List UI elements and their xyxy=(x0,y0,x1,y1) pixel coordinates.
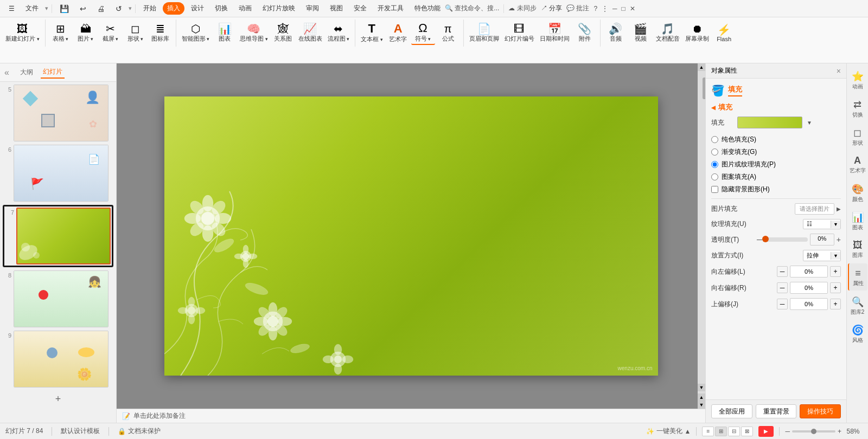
toolbar-header-footer[interactable]: 📄 页眉和页脚 xyxy=(467,22,501,44)
transparency-minus[interactable]: ─ xyxy=(757,235,762,244)
menu-view[interactable]: 视图 xyxy=(326,2,347,15)
color-icon-btn[interactable]: 🎨 颜色 xyxy=(848,179,867,206)
view-normal-btn[interactable]: ⊞ xyxy=(715,427,727,436)
menu-special[interactable]: 特色功能 xyxy=(410,2,445,15)
select-image-btn[interactable]: 请选择图片 xyxy=(795,203,834,215)
slide-thumb-7[interactable] xyxy=(16,208,111,264)
minimize-btn[interactable]: ─ xyxy=(612,5,617,12)
placement-select[interactable]: 拉伸 ▼ xyxy=(803,250,841,261)
gradient-fill-radio[interactable] xyxy=(711,149,718,156)
toolbar-datetime[interactable]: 📅 日期和时间 xyxy=(538,22,572,44)
toolbar-chart[interactable]: 📊 图表 xyxy=(213,22,237,44)
doc-status[interactable]: 🔒 文档未保护 xyxy=(118,427,161,436)
props-icon-btn[interactable]: ≡ 属性 xyxy=(848,263,867,290)
solid-fill-option[interactable]: 纯色填充(S) xyxy=(711,135,841,144)
offset-right-input[interactable] xyxy=(790,282,828,294)
play-slideshow-btn[interactable]: ▶ xyxy=(758,426,774,437)
offset-left-plus[interactable]: + xyxy=(830,266,841,277)
view-reader-btn[interactable]: ⊠ xyxy=(741,427,753,436)
slide-item-7[interactable]: 7 xyxy=(3,205,113,267)
slide-item-8[interactable]: 8 👧 xyxy=(3,270,113,327)
zoom-out-btn[interactable]: ─ xyxy=(785,428,790,435)
quick-undo-arrow[interactable]: ↩ xyxy=(75,3,91,15)
toolbar-relation[interactable]: 🕸 关系图 xyxy=(271,22,295,44)
sync-btn[interactable]: ☁ 未同步 xyxy=(508,4,536,13)
comment-btn[interactable]: 💬 批注 xyxy=(566,4,589,13)
arttext-icon-btn[interactable]: A 艺术字 xyxy=(848,151,867,178)
fill-tab-label[interactable]: 填充 xyxy=(728,85,742,96)
view-grid-btn[interactable]: ⊟ xyxy=(728,427,740,436)
toolbar-attachment[interactable]: 📎 附件 xyxy=(573,22,597,44)
toolbar-flowchart[interactable]: ⬌ 流程图 xyxy=(326,22,352,44)
slide-thumb-6[interactable]: 🚩 📄 xyxy=(14,145,108,202)
slide-thumb-9[interactable]: 🌼 xyxy=(14,331,108,388)
image-fill-arrow[interactable]: ▶ xyxy=(837,206,841,212)
toolbar-iconlib[interactable]: ≣ 图标库 xyxy=(149,22,173,44)
slide-thumb-8[interactable]: 👧 xyxy=(14,270,108,327)
offset-up-minus[interactable]: ─ xyxy=(777,299,788,309)
toolbar-audio[interactable]: 🔊 音频 xyxy=(604,22,628,44)
toolbar-screen-record[interactable]: ⏺ 屏幕录制 xyxy=(683,22,711,44)
gradient-fill-option[interactable]: 渐变填充(G) xyxy=(711,147,841,157)
placement-dropdown[interactable]: ▼ xyxy=(831,252,840,260)
quick-save[interactable]: 💾 xyxy=(55,3,73,15)
canvas-scrollbar[interactable]: ▲ ▼ ▲ ▼ xyxy=(698,63,705,409)
toolbar-textbox[interactable]: T 文本框 xyxy=(359,22,385,44)
slides-tab[interactable]: 幻灯片 xyxy=(41,66,65,79)
gallery2-icon-btn[interactable]: 🔍 图库2 xyxy=(848,292,867,319)
search-btn[interactable]: 🔍 查找命令、搜... xyxy=(445,4,499,13)
menu-devtools[interactable]: 开发工具 xyxy=(373,2,408,15)
transparency-plus[interactable]: + xyxy=(837,235,841,244)
hide-bg-checkbox[interactable] xyxy=(711,186,718,193)
picture-fill-radio[interactable] xyxy=(711,161,718,168)
chart2-icon-btn[interactable]: 📊 图表 xyxy=(848,207,867,234)
offset-left-input[interactable] xyxy=(790,266,828,277)
apply-all-btn[interactable]: 全部应用 xyxy=(711,404,752,418)
texture-fill-dropdown[interactable]: ▼ xyxy=(831,221,840,228)
offset-up-plus[interactable]: + xyxy=(830,299,841,309)
toolbar-shape[interactable]: ◻ 形状 xyxy=(124,22,148,44)
menu-slideshow[interactable]: 幻灯片放映 xyxy=(258,2,299,15)
scroll-up-btn[interactable]: ▲ xyxy=(698,63,705,71)
more-btn[interactable]: ⋮ xyxy=(602,5,608,12)
offset-right-plus[interactable]: + xyxy=(830,282,841,293)
menu-design[interactable]: 设计 xyxy=(187,2,208,15)
toolbar-flash[interactable]: ⚡ Flash xyxy=(712,23,736,43)
menu-review[interactable]: 审阅 xyxy=(302,2,323,15)
fill-color-swatch[interactable] xyxy=(737,117,802,128)
outline-tab[interactable]: 大纲 xyxy=(18,67,35,78)
slide-canvas[interactable]: wenzu.com.cn xyxy=(164,96,658,376)
note-bar[interactable]: 📝 单击此处添加备注 xyxy=(117,409,705,423)
help-btn[interactable]: ? xyxy=(593,5,597,12)
scroll-down2-btn[interactable]: ▼ xyxy=(698,401,705,409)
transparency-slider[interactable] xyxy=(764,237,808,242)
fill-dropdown-arrow[interactable]: ▼ xyxy=(807,120,812,126)
solid-fill-radio[interactable] xyxy=(711,136,718,143)
pattern-fill-option[interactable]: 图案填充(A) xyxy=(711,172,841,182)
toolbar-voice[interactable]: 🎵 文档配音 xyxy=(654,22,682,44)
menu-security[interactable]: 安全 xyxy=(349,2,371,15)
pattern-fill-radio[interactable] xyxy=(711,173,718,180)
add-slide-btn[interactable]: + xyxy=(3,391,113,408)
style-icon-btn[interactable]: 🌀 风格 xyxy=(848,320,867,347)
reset-bg-btn[interactable]: 重置背景 xyxy=(756,404,797,418)
shape-icon-btn[interactable]: ◻ 形状 xyxy=(848,122,867,150)
hide-bg-option[interactable]: 隐藏背景图形(H) xyxy=(711,185,841,194)
zoom-in-btn[interactable]: + xyxy=(838,428,841,435)
menu-switch[interactable]: 切换 xyxy=(210,2,232,15)
toolbar-video[interactable]: 🎬 视频 xyxy=(629,22,653,44)
picture-fill-option[interactable]: 图片或纹理填充(P) xyxy=(711,160,841,169)
slide-thumb-5[interactable]: 👤 ✿ xyxy=(14,85,108,141)
quick-print[interactable]: 🖨 xyxy=(93,3,109,15)
transition-icon-btn[interactable]: ⇄ 切换 xyxy=(848,94,867,121)
toolbar-image[interactable]: 🏔 图片 xyxy=(74,22,98,44)
gallery-icon-btn[interactable]: 🖼 图库 xyxy=(848,235,867,262)
toolbar-symbol[interactable]: Ω 符号 xyxy=(411,21,435,45)
toolbar-online-chart[interactable]: 📈 在线图表 xyxy=(296,22,324,44)
toolbar-formula[interactable]: π 公式 xyxy=(436,22,460,44)
beautify-btn[interactable]: ✨ 一键美化 ▲ xyxy=(646,427,691,436)
quick-redo[interactable]: ↺ xyxy=(111,3,126,15)
scroll-down-btn[interactable]: ▼ xyxy=(698,384,705,391)
zoom-slider[interactable] xyxy=(792,430,835,432)
close-btn[interactable]: ✕ xyxy=(630,5,635,12)
